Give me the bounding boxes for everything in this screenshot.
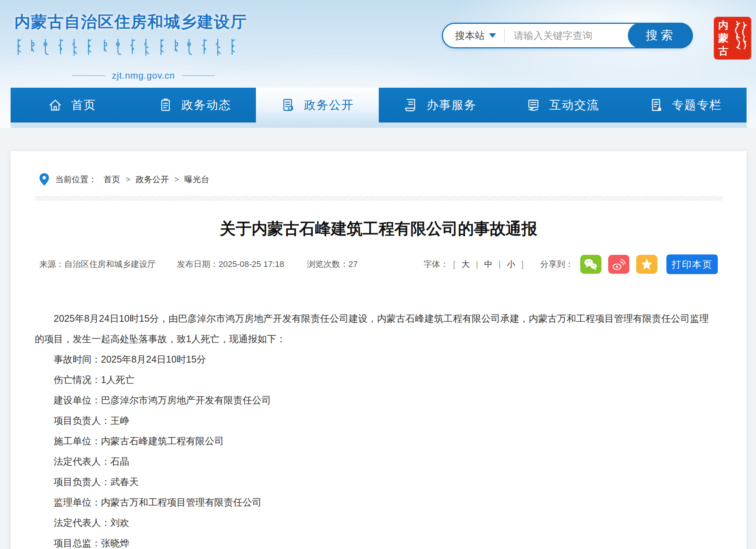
site-title: 内蒙古自治区住房和城乡建设厅 [14, 11, 247, 33]
breadcrumb-link-home[interactable]: 首页 [104, 174, 120, 185]
weibo-icon [612, 258, 626, 271]
article-paragraph: 伤亡情况：1人死亡 [35, 369, 709, 390]
nav-item-services[interactable]: 办事服务 [379, 88, 502, 123]
hatched-divider [35, 196, 722, 201]
main-nav: 首页 政务动态 政务公开 办事服务 互动交流 [11, 88, 747, 123]
url-right-line [182, 75, 215, 76]
nav-item-interaction[interactable]: 互动交流 [501, 88, 624, 123]
meta-view-count: 浏览次数：27 [307, 259, 358, 270]
breadcrumb-link-exposure[interactable]: 曝光台 [184, 174, 209, 185]
article-paragraph: 项目总监：张晓烨 [35, 533, 709, 549]
breadcrumb-separator: > [174, 175, 179, 185]
search-scope-dropdown[interactable]: 搜本站 [455, 29, 496, 42]
article-paragraph: 2025年8月24日10时15分，由巴彦淖尔市鸿万房地产开发有限责任公司建设，内… [35, 308, 709, 349]
font-size-medium[interactable]: 中 [484, 259, 493, 269]
breadcrumb-link-public-info[interactable]: 政务公开 [136, 174, 169, 185]
nav-bottom-strip [11, 123, 747, 128]
font-size-small[interactable]: 小 [507, 259, 515, 269]
site-header: 内蒙古自治区住房和城乡建设厅 zjt.nmg.gov.cn [0, 0, 756, 88]
breadcrumb-label: 当前位置： [55, 174, 97, 185]
star-icon [640, 258, 654, 271]
font-size-large[interactable]: 大 [462, 259, 470, 269]
article-paragraph: 监理单位：内蒙古万和工程项目管理有限责任公司 [35, 492, 709, 512]
url-left-line [72, 75, 105, 76]
qzone-share-button[interactable] [636, 255, 657, 274]
print-page-button[interactable]: 打印本页 [666, 254, 718, 274]
nav-item-home[interactable]: 首页 [11, 88, 133, 123]
article-title: 关于内蒙古石峰建筑工程有限公司的事故通报 [35, 218, 722, 239]
service-scroll-icon [403, 98, 418, 113]
share-label: 分享到： [540, 259, 573, 270]
search-divider [504, 29, 505, 42]
nav-item-news[interactable]: 政务动态 [133, 88, 256, 123]
breadcrumb: 当前位置： 首页 > 政务公开 > 曝光台 [35, 173, 722, 186]
chevron-down-icon [489, 33, 496, 38]
seal-chinese-text: 内 蒙 古 [717, 19, 730, 57]
article-meta-bar: 来源：自治区住房和城乡建设厅 发布日期：2025-08-25 17:18 浏览次… [35, 254, 722, 274]
font-size-label: 字体： [424, 259, 449, 270]
nav-item-label: 政务动态 [181, 97, 231, 113]
nav-item-public-info[interactable]: 政务公开 [256, 88, 379, 123]
article-paragraph: 事故时间：2025年8月24日10时15分 [35, 349, 709, 369]
article-paragraph: 建设单位：巴彦淖尔市鸿万房地产开发有限责任公司 [35, 390, 709, 410]
font-size-switcher: [ 大 | 中 | 小 ] [453, 259, 524, 270]
nav-item-label: 互动交流 [549, 97, 599, 113]
search-button[interactable]: 搜索 [628, 23, 693, 48]
mongolian-script-decoration [17, 39, 240, 59]
clipboard-icon [158, 98, 173, 113]
nav-item-label: 办事服务 [427, 97, 477, 113]
search-bar: 搜本站 搜索 [442, 23, 693, 48]
article-body: 2025年8月24日10时15分，由巴彦淖尔市鸿万房地产开发有限责任公司建设，内… [35, 308, 722, 549]
content-panel: 当前位置： 首页 > 政务公开 > 曝光台 关于内蒙古石峰建筑工程有限公司的事故… [11, 151, 747, 549]
wechat-icon [584, 258, 598, 270]
nav-item-label: 政务公开 [304, 97, 354, 113]
breadcrumb-separator: > [125, 175, 130, 185]
special-column-icon [649, 98, 664, 113]
location-pin-icon [39, 173, 49, 186]
meta-source: 来源：自治区住房和城乡建设厅 [39, 259, 156, 270]
inner-mongolia-seal: 内 蒙 古 [714, 17, 751, 60]
nav-item-label: 专题专栏 [672, 97, 722, 113]
search-input[interactable] [513, 29, 639, 42]
meta-publish-date: 发布日期：2025-08-25 17:18 [177, 259, 284, 270]
document-public-icon [280, 98, 296, 113]
meta-tools: 字体： [ 大 | 中 | 小 ] 分享到： [424, 254, 718, 274]
article-paragraph: 项目负责人：武春天 [35, 471, 709, 492]
search-scope-label: 搜本站 [455, 29, 485, 42]
article-paragraph: 法定代表人：刘欢 [35, 512, 709, 533]
interaction-chat-icon [526, 98, 541, 113]
weibo-share-button[interactable] [608, 255, 629, 274]
home-icon [48, 98, 63, 113]
sky-header-zone: 内蒙古自治区住房和城乡建设厅 zjt.nmg.gov.cn [0, 0, 756, 128]
site-url-row: zjt.nmg.gov.cn [72, 70, 215, 81]
site-url: zjt.nmg.gov.cn [112, 70, 175, 81]
article-paragraph: 施工单位：内蒙古石峰建筑工程有限公司 [35, 431, 709, 451]
article-paragraph: 法定代表人：石晶 [35, 451, 709, 471]
seal-mongolian-script [732, 19, 748, 57]
article-paragraph: 项目负责人：王峥 [35, 410, 709, 431]
nav-item-label: 首页 [71, 97, 96, 113]
nav-item-special-columns[interactable]: 专题专栏 [624, 88, 747, 123]
wechat-share-button[interactable] [580, 255, 601, 274]
